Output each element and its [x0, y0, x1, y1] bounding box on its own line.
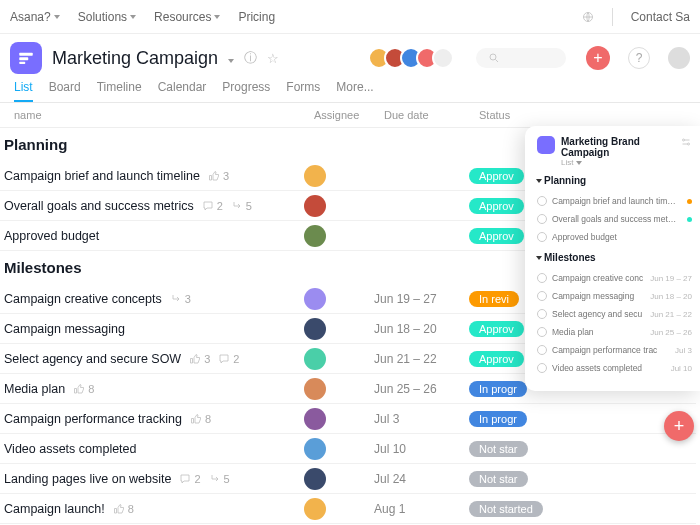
tab-board[interactable]: Board	[49, 80, 81, 102]
tab-list[interactable]: List	[14, 80, 33, 102]
due-date: Aug 1	[374, 502, 469, 516]
assignee-avatar[interactable]	[304, 498, 326, 520]
task-name: Select agency and secure SOW	[4, 352, 181, 366]
status-pill[interactable]: In progr	[469, 411, 527, 427]
status-pill[interactable]: Approv	[469, 321, 524, 337]
overlay-task-row[interactable]: Video assets completedJul 10	[537, 359, 692, 377]
due-date: Jun 25 – 26	[374, 382, 469, 396]
overlay-task-row[interactable]: Campaign messagingJun 18 – 20	[537, 287, 692, 305]
settings-icon[interactable]	[680, 136, 692, 150]
due-date: Jun 18 – 20	[374, 322, 469, 336]
view-tabs: List Board Timeline Calendar Progress Fo…	[0, 74, 700, 103]
col-due: Due date	[384, 109, 479, 121]
svg-point-6	[688, 143, 690, 145]
assignee-avatar[interactable]	[304, 438, 326, 460]
task-row[interactable]: Campaign launch! 8Aug 1Not started	[0, 494, 696, 524]
project-title: Marketing Campaign	[52, 48, 218, 69]
tab-timeline[interactable]: Timeline	[97, 80, 142, 102]
task-name: Campaign launch!	[4, 502, 105, 516]
status-pill[interactable]: Approv	[469, 168, 524, 184]
col-name: name	[14, 109, 314, 121]
assignee-avatar[interactable]	[304, 348, 326, 370]
nav-resources[interactable]: Resources	[154, 10, 220, 24]
overlay-task-row[interactable]: Campaign performance tracJul 3	[537, 341, 692, 359]
svg-rect-1	[19, 53, 33, 56]
overlay-section[interactable]: Planning	[537, 175, 692, 186]
assignee-avatar[interactable]	[304, 225, 326, 247]
due-date: Jul 10	[374, 442, 469, 456]
tab-calendar[interactable]: Calendar	[158, 80, 207, 102]
svg-point-4	[490, 54, 496, 60]
svg-rect-3	[19, 62, 25, 64]
overlay-title: Marketing Brand Campaign	[561, 136, 674, 158]
overlay-task-row[interactable]: Approved budget	[537, 228, 692, 246]
tab-more[interactable]: More...	[336, 80, 373, 102]
overlay-task-row[interactable]: Campaign creative concJun 19 – 27	[537, 269, 692, 287]
assignee-avatar[interactable]	[304, 165, 326, 187]
chevron-down-icon[interactable]	[228, 51, 234, 66]
profile-avatar[interactable]	[668, 47, 690, 69]
nav-solutions[interactable]: Solutions	[78, 10, 136, 24]
nav-asana[interactable]: Asana?	[10, 10, 60, 24]
help-icon[interactable]: ?	[628, 47, 650, 69]
search-input[interactable]	[476, 48, 566, 68]
due-date: Jun 21 – 22	[374, 352, 469, 366]
task-row[interactable]: Video assets completedJul 10Not star	[0, 434, 696, 464]
top-nav: Asana? Solutions Resources Pricing Conta…	[0, 0, 700, 34]
tab-progress[interactable]: Progress	[222, 80, 270, 102]
col-status: Status	[479, 109, 686, 121]
due-date: Jul 24	[374, 472, 469, 486]
status-pill[interactable]: Not started	[469, 501, 543, 517]
status-pill[interactable]: Not star	[469, 471, 528, 487]
overlay-project-icon	[537, 136, 555, 154]
assignee-avatar[interactable]	[304, 468, 326, 490]
overlay-task-row[interactable]: Media planJun 25 – 26	[537, 323, 692, 341]
assignee-avatar[interactable]	[304, 378, 326, 400]
nav-contact[interactable]: Contact Sa	[631, 10, 690, 24]
svg-rect-2	[19, 57, 28, 60]
overlay-task-row[interactable]: Select agency and secuJun 21 – 22	[537, 305, 692, 323]
status-pill[interactable]: In revi	[469, 291, 519, 307]
mobile-preview: Marketing Brand Campaign List PlanningCa…	[525, 126, 700, 391]
task-name: Overall goals and success metrics	[4, 199, 194, 213]
status-pill[interactable]: Approv	[469, 228, 524, 244]
add-button[interactable]: +	[586, 46, 610, 70]
task-name: Campaign performance tracking	[4, 412, 182, 426]
overlay-task-row[interactable]: Campaign brief and launch timeline	[537, 192, 692, 210]
svg-point-5	[683, 139, 685, 141]
overlay-sub: List	[561, 158, 674, 167]
due-date: Jun 19 – 27	[374, 292, 469, 306]
assignee-avatar[interactable]	[304, 408, 326, 430]
fab-add[interactable]: +	[664, 411, 694, 441]
due-date: Jul 3	[374, 412, 469, 426]
assignee-avatar[interactable]	[304, 288, 326, 310]
info-icon[interactable]: ⓘ	[244, 49, 257, 67]
tab-forms[interactable]: Forms	[286, 80, 320, 102]
status-pill[interactable]: In progr	[469, 381, 527, 397]
col-assignee: Assignee	[314, 109, 384, 121]
member-avatars[interactable]	[374, 47, 454, 69]
status-pill[interactable]: Approv	[469, 351, 524, 367]
star-icon[interactable]: ☆	[267, 51, 279, 66]
nav-pricing[interactable]: Pricing	[238, 10, 275, 24]
task-name: Campaign creative concepts	[4, 292, 162, 306]
column-headers: name Assignee Due date Status	[0, 103, 700, 128]
project-icon	[10, 42, 42, 74]
assignee-avatar[interactable]	[304, 195, 326, 217]
task-row[interactable]: Landing pages live on website 2 5Jul 24N…	[0, 464, 696, 494]
task-row[interactable]: Campaign performance tracking 8Jul 3In p…	[0, 404, 696, 434]
status-pill[interactable]: Not star	[469, 441, 528, 457]
status-pill[interactable]: Approv	[469, 198, 524, 214]
task-name: Landing pages live on website	[4, 472, 171, 486]
task-name: Approved budget	[4, 229, 99, 243]
task-name: Media plan	[4, 382, 65, 396]
globe-icon[interactable]	[582, 11, 594, 23]
task-name: Campaign brief and launch timeline	[4, 169, 200, 183]
assignee-avatar[interactable]	[304, 318, 326, 340]
overlay-section[interactable]: Milestones	[537, 252, 692, 263]
overlay-task-row[interactable]: Overall goals and success metrics	[537, 210, 692, 228]
task-name: Campaign messaging	[4, 322, 125, 336]
project-header: Marketing Campaign ⓘ ☆ + ?	[0, 34, 700, 74]
task-name: Video assets completed	[4, 442, 137, 456]
